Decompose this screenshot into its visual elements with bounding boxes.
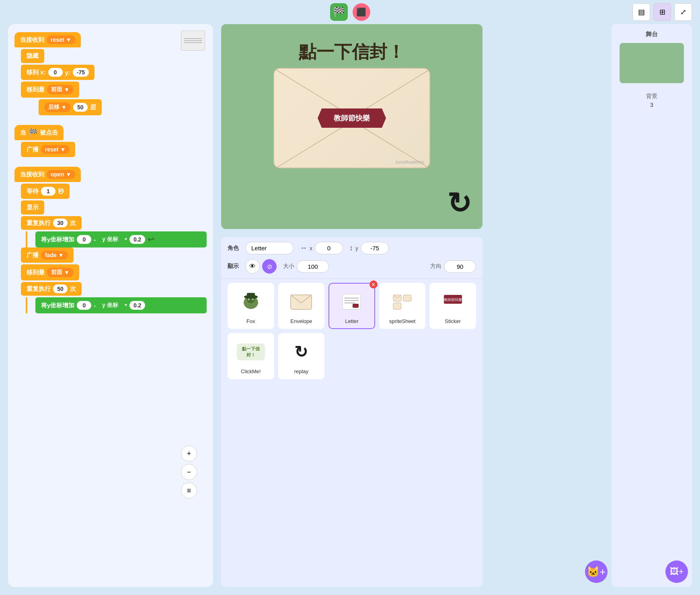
hide-block: 隐藏 <box>14 49 207 63</box>
block-group-reset: 当接收到 reset ▼ 隐藏 移到 x: 0 y: -75 移到最 <box>14 32 207 115</box>
y-v1[interactable]: 0 <box>77 235 91 244</box>
x-coord-group: ↔ x <box>300 242 343 254</box>
menu-icon: ≡ <box>187 487 191 495</box>
sprite-card-sticker[interactable]: 教師節快樂 Sticker <box>429 283 476 329</box>
when-flag-hat[interactable]: 当 🏁 被点击 <box>14 125 64 140</box>
sticker-name: Sticker <box>445 318 461 324</box>
move-xy-command[interactable]: 移到 x: 0 y: -75 <box>21 65 94 80</box>
sprite-card-letter[interactable]: ✕ Letter <box>328 283 375 329</box>
y-increase-command-2[interactable]: 将y坐标增加 0 - y 坐标 * 0.2 <box>35 297 207 313</box>
sprite-card-clickme[interactable]: 點一下信封！ ClickMe! <box>228 333 274 379</box>
when-receive-open-hat[interactable]: 当接收到 open ▼ <box>14 167 81 182</box>
add-stage-button[interactable]: 🖼+ <box>665 560 688 583</box>
move-front-2-command[interactable]: 移到最 前面 ▼ <box>21 264 79 280</box>
envelope-graphic[interactable]: 教師節快樂 JunyiAcademy <box>273 68 430 168</box>
zoom-out-button[interactable]: − <box>181 464 197 480</box>
replay-icon[interactable]: ↻ <box>447 189 471 218</box>
layer-value[interactable]: 50 <box>73 103 88 112</box>
back-layer-command[interactable]: 后移 ▼ 50 层 <box>39 99 102 115</box>
wait-value[interactable]: 1 <box>41 187 55 196</box>
move-front-2-block: 移到最 前面 ▼ <box>14 264 207 280</box>
repeat-30-value[interactable]: 30 <box>53 219 68 227</box>
y-value[interactable]: -75 <box>73 68 89 77</box>
sprites-grid-row2: 點一下信封！ ClickMe! ↻ replay <box>221 333 482 383</box>
show-command[interactable]: 显示 <box>21 200 44 215</box>
move-xy-block: 移到 x: 0 y: -75 <box>14 65 207 80</box>
hat-block-reset: 当接收到 reset ▼ <box>14 32 207 47</box>
split-view-button[interactable]: ▤ <box>632 3 650 21</box>
hide-command[interactable]: 隐藏 <box>21 49 44 63</box>
y-increase-command-1[interactable]: 将y坐标增加 0 - y 坐标 * 0.2 ↩ <box>35 231 207 247</box>
sprites-grid: Fox Envelope ✕ <box>221 278 482 333</box>
broadcast-reset-dd[interactable]: reset ▼ <box>41 145 70 154</box>
stage-title: 點一下信封！ <box>299 40 405 64</box>
sticker-thumb: 教師節快樂 <box>439 288 467 316</box>
show-label: 顯示 <box>228 263 239 270</box>
back-dropdown[interactable]: 后移 ▼ <box>44 102 71 112</box>
broadcast-reset-command[interactable]: 广播 reset ▼ <box>21 142 75 157</box>
envelope-name: Envelope <box>290 318 312 324</box>
y-coord-group: ↕ y <box>349 242 389 254</box>
sprite-card-spritesheet[interactable]: spriteSheet <box>379 283 426 329</box>
repeat-50-command[interactable]: 重复执行 50 次 <box>21 282 82 296</box>
when-receive-hat[interactable]: 当接收到 reset ▼ <box>14 32 81 47</box>
y2-v1[interactable]: 0 <box>77 301 91 310</box>
sprite-name-input[interactable] <box>245 242 294 254</box>
front-dropdown[interactable]: 前面 ▼ <box>47 85 74 94</box>
x-coord-icon: ↔ <box>300 244 307 252</box>
y-coord-label: y <box>355 245 358 251</box>
y-v3[interactable]: 0.2 <box>129 235 145 244</box>
y2-v2[interactable]: y 坐标 <box>98 301 122 310</box>
clickme-thumb: 點一下信封！ <box>237 338 265 366</box>
x-coord-input[interactable] <box>315 242 343 254</box>
zoom-in-button[interactable]: + <box>181 446 197 462</box>
reset-dropdown[interactable]: reset ▼ <box>47 35 75 44</box>
svg-text:教師節快樂: 教師節快樂 <box>443 298 462 302</box>
green-flag-button[interactable]: 🏁 <box>330 3 348 21</box>
stop-button[interactable]: ⬛ <box>353 3 370 21</box>
zoom-controls: + − ≡ <box>189 446 205 499</box>
size-label: 大小 <box>283 263 294 270</box>
direction-input[interactable] <box>444 260 476 273</box>
playback-controls: 🏁 ⬛ <box>330 3 370 21</box>
x-value[interactable]: 0 <box>48 68 63 77</box>
show-button[interactable]: 👁 <box>245 259 260 274</box>
delete-letter-button[interactable]: ✕ <box>370 280 378 288</box>
repeat-50-body: 将y坐标增加 0 - y 坐标 * 0.2 <box>26 297 207 313</box>
fox-name: Fox <box>246 318 255 324</box>
broadcast-fade-command[interactable]: 广播 fade ▼ <box>21 247 74 263</box>
hat-block-open: 当接收到 open ▼ <box>14 167 207 182</box>
svg-rect-18 <box>403 295 411 301</box>
sprite-card-fox[interactable]: Fox <box>228 283 274 329</box>
sprite-card-replay[interactable]: ↻ replay <box>278 333 325 379</box>
replay-name: replay <box>294 368 308 374</box>
menu-button[interactable]: ≡ <box>181 483 197 499</box>
broadcast-fade-block: 广播 fade ▼ <box>14 247 207 263</box>
size-input[interactable] <box>297 260 329 273</box>
envelope-body: 教師節快樂 JunyiAcademy <box>273 68 430 168</box>
flag-emoji: 🏁 <box>29 128 37 137</box>
zoom-out-icon: − <box>187 468 191 476</box>
fade-dropdown[interactable]: fade ▼ <box>41 251 68 260</box>
svg-rect-19 <box>393 303 401 309</box>
repeat-50-value[interactable]: 50 <box>53 284 68 293</box>
code-view-button[interactable]: ⊞ <box>653 3 671 21</box>
green-flag-icon: 🏁 <box>333 6 345 18</box>
sprite-card-envelope[interactable]: Envelope <box>278 283 325 329</box>
move-front-command[interactable]: 移到最 前面 ▼ <box>21 82 79 98</box>
y-coord-input[interactable] <box>361 242 389 254</box>
y2-v3[interactable]: 0.2 <box>129 301 145 310</box>
y-v2[interactable]: y 坐标 <box>98 235 122 244</box>
move-front-block: 移到最 前面 ▼ <box>14 82 207 98</box>
zoom-in-icon: + <box>187 450 191 458</box>
front-2-dropdown[interactable]: 前面 ▼ <box>47 268 74 277</box>
fullscreen-button[interactable]: ⤢ <box>674 3 692 21</box>
repeat-30-command[interactable]: 重复执行 30 次 <box>21 216 82 230</box>
code-view-icon: ⊞ <box>659 8 665 16</box>
add-sprite-button[interactable]: 🐱+ <box>585 560 608 583</box>
open-dropdown[interactable]: open ▼ <box>47 170 75 179</box>
hide-button[interactable]: ⊘ <box>262 259 277 274</box>
wait-command[interactable]: 等待 1 秒 <box>21 184 70 199</box>
stage-mini-preview[interactable] <box>620 43 684 83</box>
size-group: 大小 <box>283 260 329 273</box>
